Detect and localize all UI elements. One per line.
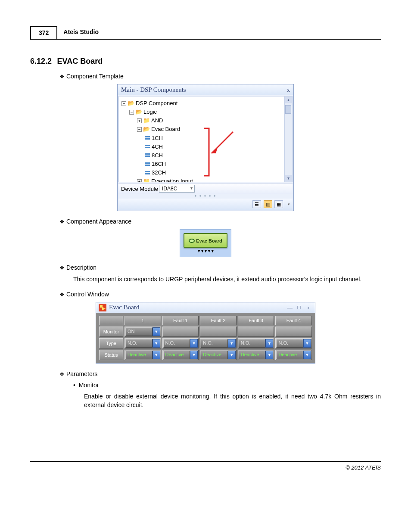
col-header: Fault 3 [238,316,274,325]
tree-item[interactable]: 8CH [121,151,290,160]
tree-node-and[interactable]: +📁AND [121,116,290,125]
control-titlebar: Evac Board — □ x [96,302,315,313]
type-select[interactable]: N.O.▼ [201,339,236,348]
diamond-bullet-icon: ❖ [59,264,65,271]
tree-label: 1CH [152,135,163,141]
collapse-icon[interactable]: − [129,110,134,115]
diamond-bullet-icon: ❖ [59,291,65,298]
dropdown-icon[interactable]: ▼ [265,339,273,348]
tree-label: 16CH [152,161,166,167]
scrollbar[interactable]: ▴ ▾ [284,96,292,182]
subhead-description: ❖Description [59,264,381,271]
scroll-up-icon[interactable]: ▴ [285,96,292,103]
select-value: Deactive [276,351,303,359]
toolbar-dropdown-icon[interactable]: ▾ [285,202,290,206]
tree-item[interactable]: 32CH [121,168,290,177]
folder-icon: 📂 [135,109,142,115]
status-select[interactable]: Deactive▼ [163,351,198,359]
status-select[interactable]: Deactive▼ [239,351,274,359]
status-select[interactable]: Deactive▼ [276,351,311,359]
dropdown-icon[interactable]: ▼ [153,351,160,359]
dropdown-icon[interactable]: ▼ [265,351,273,359]
view-grid-icon[interactable]: ▦ [274,200,283,208]
select-value: N.O. [201,339,228,348]
parameter-description: Enable or disable external device monito… [84,392,381,410]
subhead-parameters: ❖Parameters [59,370,381,377]
tree-item[interactable]: 4CH [121,143,290,151]
diamond-bullet-icon: ❖ [59,73,65,80]
dropdown-icon[interactable]: ▼ [228,351,236,359]
component-tree[interactable]: −📂DSP Component −📂Logic +📁AND −📂Evac Boa… [119,96,292,182]
tree-item[interactable]: 1CH [121,134,290,143]
component-appearance-canvas: Evac Board ▼▼▼▼▼ [180,229,231,257]
folder-icon: 📂 [128,100,134,106]
col-header: 1 [125,316,161,325]
subhead-control-window: ❖Control Window [59,291,381,298]
dropdown-icon[interactable]: ▼ [303,339,311,348]
type-select[interactable]: N.O.▼ [276,339,311,348]
col-header [99,316,123,325]
component-ring-icon [189,239,195,243]
parameter-name: Monitor [79,382,99,389]
type-select[interactable]: N.O.▼ [239,339,274,348]
dropdown-icon[interactable]: ▼ [190,339,198,348]
folder-icon: 📁 [143,117,150,124]
tree-node-root[interactable]: −📂DSP Component [121,99,290,108]
tree-label: AND [151,117,163,124]
tree-node-evacinput[interactable]: +📁Evacuation Input [121,177,290,182]
tree-label: 4CH [152,143,163,150]
subhead-label: Description [66,264,97,271]
dropdown-icon[interactable]: ▼ [228,339,236,348]
subhead-component-appearance: ❖Component Appearance [59,218,381,225]
page-number: 372 [30,26,57,39]
select-value: ON [125,327,153,336]
scroll-thumb[interactable] [285,105,291,114]
component-label: Evac Board [196,238,222,243]
dropdown-icon[interactable]: ▼ [153,339,160,348]
type-select[interactable]: N.O.▼ [125,339,160,348]
collapse-icon[interactable]: − [121,101,126,106]
status-select[interactable]: Deactive▼ [201,351,236,359]
expand-icon[interactable]: + [137,118,142,123]
dropdown-icon[interactable]: ▼ [153,327,160,336]
close-icon[interactable]: x [287,86,290,93]
dropdown-icon[interactable]: ▼ [303,351,311,359]
table-row-monitor: Monitor ON▼ [99,327,312,337]
tree-node-logic[interactable]: −📂Logic [121,108,290,116]
resize-grip-icon[interactable]: ● ● ● ● ● [118,194,293,198]
dropdown-icon[interactable]: ▼ [190,351,198,359]
tree-node-evacboard[interactable]: −📂Evac Board [121,125,290,134]
view-list-icon[interactable]: ☰ [252,200,261,208]
view-columns-icon[interactable]: ▥ [264,200,272,208]
diamond-bullet-icon: ❖ [59,371,65,377]
monitor-select[interactable]: ON▼ [125,327,160,336]
expand-icon[interactable]: + [137,179,142,182]
tree-label: Logic [143,109,157,115]
status-select[interactable]: Deactive▼ [125,351,160,359]
tree-item[interactable]: 16CH [121,160,290,168]
scroll-down-icon[interactable]: ▾ [285,175,292,182]
collapse-icon[interactable]: − [137,127,142,132]
device-module-value: IDA8C [162,186,177,192]
row-label: Monitor [99,327,123,337]
component-template-window: Main - DSP Components x −📂DSP Component … [117,84,294,211]
col-header: Fault 1 [162,316,199,325]
select-value: N.O. [276,339,303,348]
select-value: N.O. [163,339,190,348]
maximize-icon[interactable]: □ [295,304,303,311]
control-table: 1 Fault 1 Fault 2 Fault 3 Fault 4 Monito… [98,314,313,361]
footer-copyright: © 2012 ATEÏS [30,462,381,473]
evac-board-component[interactable]: Evac Board [184,233,227,248]
diamond-bullet-icon: ❖ [59,218,65,225]
type-select[interactable]: N.O.▼ [163,339,198,348]
evac-board-app-icon [99,304,106,311]
control-window: Evac Board — □ x 1 Fault 1 Fault 2 Fault… [96,302,315,364]
close-icon[interactable]: x [305,304,312,311]
section-title: EVAC Board [57,57,103,66]
empty-cell [162,327,199,337]
channel-icon [145,136,150,140]
device-module-select[interactable]: IDA8C [159,185,195,193]
minimize-icon[interactable]: — [286,304,294,311]
subhead-label: Component Appearance [66,218,131,225]
empty-cell [275,327,312,337]
